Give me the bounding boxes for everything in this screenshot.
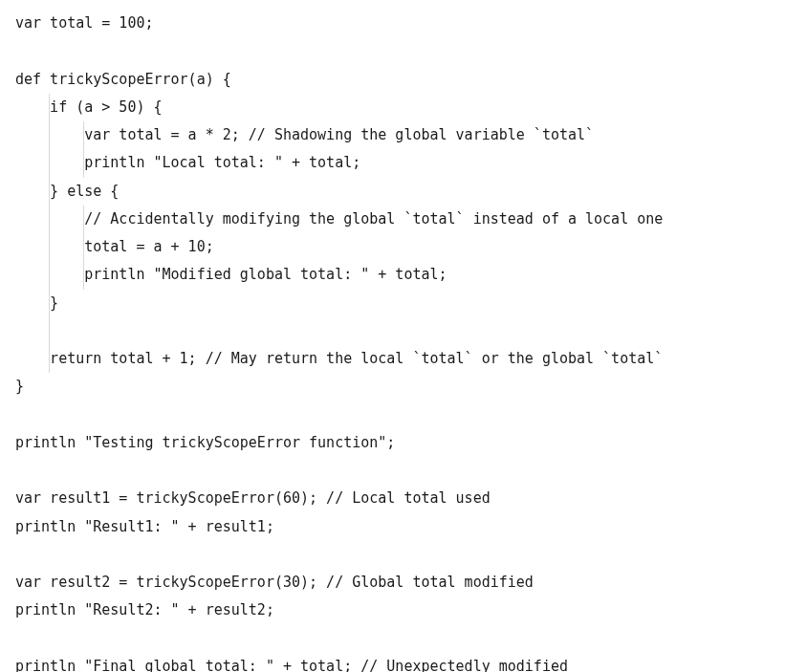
code-line: var result2 = trickyScopeError(30); // G… <box>15 569 770 596</box>
code-line: println "Result2: " + result2; <box>15 596 770 624</box>
code-line: println "Final global total: " + total; … <box>15 653 770 672</box>
code-line: var total = 100; <box>15 10 770 37</box>
code-line: def trickyScopeError(a) { <box>15 66 770 94</box>
code-line: // Accidentally modifying the global `to… <box>15 206 770 233</box>
code-line <box>15 457 770 485</box>
code-line <box>15 401 770 429</box>
code-line <box>15 625 770 653</box>
code-line: total = a + 10; <box>15 233 770 261</box>
code-line <box>15 37 770 65</box>
code-line <box>15 541 770 569</box>
code-block: var total = 100;def trickyScopeError(a) … <box>15 10 770 672</box>
code-line: println "Result1: " + result1; <box>15 513 770 541</box>
code-line: } <box>15 373 770 401</box>
code-line <box>15 317 770 345</box>
code-line: return total + 1; // May return the loca… <box>15 345 770 373</box>
code-line: println "Testing trickyScopeError functi… <box>15 429 770 457</box>
code-line: var total = a * 2; // Shadowing the glob… <box>15 121 770 149</box>
code-line: } else { <box>15 178 770 206</box>
code-line: var result1 = trickyScopeError(60); // L… <box>15 485 770 512</box>
code-line: } <box>15 290 770 317</box>
code-line: println "Local total: " + total; <box>15 149 770 177</box>
code-line: println "Modified global total: " + tota… <box>15 261 770 289</box>
code-line: if (a > 50) { <box>15 94 770 121</box>
